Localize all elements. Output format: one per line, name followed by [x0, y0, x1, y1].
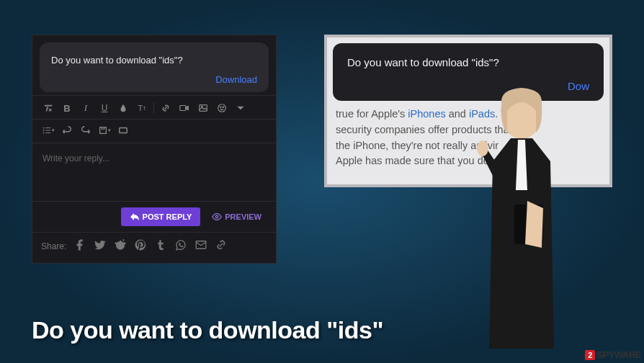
svg-point-6 [43, 127, 45, 129]
download-prompt-light: Do you want to download "ids"? Dow [333, 43, 604, 101]
svg-point-3 [218, 104, 226, 112]
save-draft-button[interactable]: ▾ [96, 122, 113, 138]
watermark: 2SPYWARE [585, 349, 641, 360]
toggle-bbcode-button[interactable] [115, 122, 132, 138]
facebook-icon[interactable] [73, 238, 86, 254]
iphones-link[interactable]: iPhones [408, 108, 445, 120]
svg-rect-1 [200, 105, 207, 112]
close-icon[interactable] [251, 53, 257, 67]
download-button-right[interactable]: Dow [347, 80, 589, 92]
bold-button[interactable]: B [58, 100, 76, 116]
svg-rect-11 [45, 133, 50, 133]
svg-point-17 [115, 242, 117, 244]
download-prompt-text-right: Do you want to download "ids"? [347, 56, 589, 68]
italic-button[interactable]: I [77, 100, 94, 116]
svg-point-4 [220, 107, 221, 107]
hero-title: Do you want to download "ids" [32, 316, 383, 344]
svg-point-18 [123, 239, 125, 241]
svg-rect-22 [514, 205, 543, 244]
editor-toolbar-row2: ▾ ▾ [32, 120, 276, 143]
emoji-button[interactable] [213, 100, 231, 116]
preview-button[interactable]: PREVIEW [206, 207, 267, 226]
svg-point-5 [223, 107, 223, 107]
svg-rect-13 [120, 128, 128, 133]
video-button[interactable] [176, 100, 193, 116]
remove-format-button[interactable] [40, 100, 57, 116]
share-bar: Share: [32, 232, 276, 260]
svg-point-10 [43, 133, 45, 134]
editor-toolbar-row1: B I U TT [32, 95, 276, 120]
ipads-link[interactable]: iPads [469, 108, 495, 120]
reply-textarea[interactable]: Write your reply... [32, 143, 276, 201]
download-button[interactable]: Download [51, 74, 257, 85]
pinterest-icon[interactable] [134, 238, 147, 254]
link-button[interactable] [157, 100, 174, 116]
ink-button[interactable] [115, 100, 132, 116]
undo-button[interactable] [58, 122, 76, 138]
tumblr-icon[interactable] [154, 238, 167, 254]
redo-button[interactable] [77, 122, 94, 138]
svg-rect-9 [45, 130, 50, 131]
image-button[interactable] [194, 100, 212, 116]
svg-point-8 [43, 130, 45, 131]
forum-editor-panel: Do you want to download "ids"? Download … [32, 35, 277, 264]
post-reply-button[interactable]: POST REPLY [121, 207, 201, 226]
twitter-icon[interactable] [94, 238, 107, 254]
svg-point-16 [124, 242, 126, 244]
list-button[interactable]: ▾ [40, 122, 57, 138]
share-label: Share: [41, 241, 66, 251]
more-dropdown-button[interactable] [232, 100, 249, 116]
whatsapp-icon[interactable] [174, 238, 187, 254]
article-excerpt: true for Apple's iPhones and iPads. Whil… [333, 107, 604, 169]
download-prompt-text: Do you want to download "ids"? [51, 55, 183, 66]
download-prompt-dark: Do you want to download "ids"? Download [40, 42, 269, 92]
svg-rect-7 [45, 127, 50, 128]
svg-rect-0 [180, 106, 186, 111]
link-icon[interactable] [215, 238, 228, 254]
article-preview-panel: Do you want to download "ids"? Dow true … [324, 35, 612, 187]
email-icon[interactable] [194, 238, 207, 254]
underline-button[interactable]: U [96, 100, 113, 116]
svg-point-14 [216, 215, 219, 218]
text-size-button[interactable]: TT [133, 100, 151, 116]
reddit-icon[interactable] [114, 238, 127, 254]
editor-action-bar: POST REPLY PREVIEW [32, 201, 276, 232]
svg-rect-12 [100, 127, 107, 134]
